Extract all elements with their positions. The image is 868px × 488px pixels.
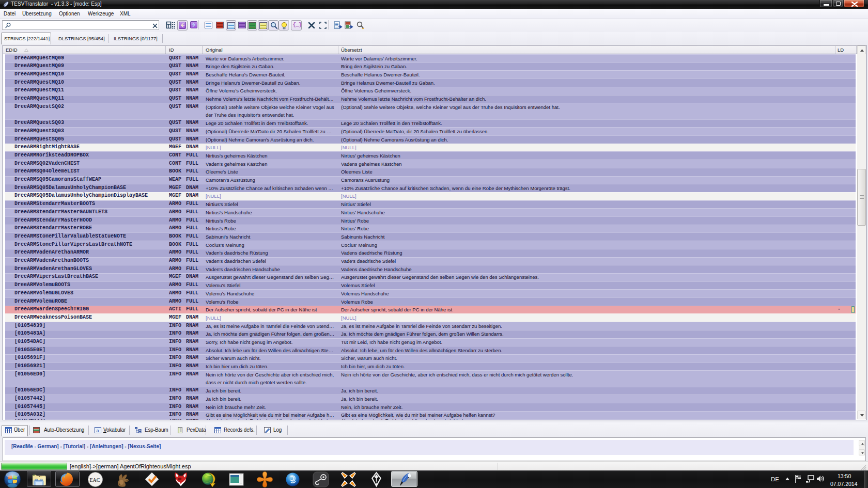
svg-text:EAC: EAC	[90, 477, 100, 483]
svg-text:a: a	[97, 428, 99, 433]
